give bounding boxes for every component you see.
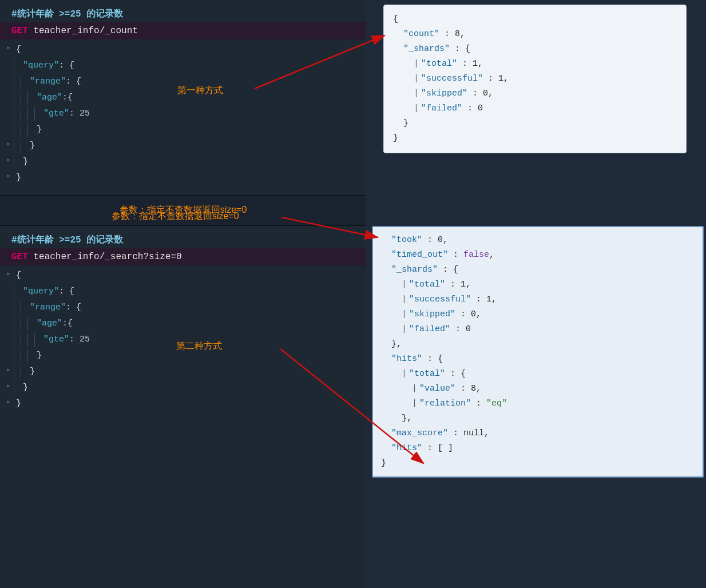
resp-line: |"relation" : "eq" xyxy=(381,396,695,411)
response-box-bottom: "took" : 0, "timed_out" : false, "_shard… xyxy=(372,226,704,478)
resp-line: } xyxy=(381,456,695,471)
code-line: ▸ } xyxy=(0,154,366,170)
code-line: ▸ } xyxy=(0,170,366,186)
resp-line: "hits" : { xyxy=(381,352,695,367)
code-line: ▸ } xyxy=(0,380,366,396)
resp-line: |"successful" : 1, xyxy=(381,292,695,307)
code-line: "gte": 25 xyxy=(0,332,366,348)
resp-line: "hits" : [ ] xyxy=(381,441,695,456)
resp-line: "took" : 0, xyxy=(381,233,695,248)
resp-line: |"total" : 1, xyxy=(381,277,695,292)
resp-line: |"total" : 1, xyxy=(393,57,677,71)
bottom-comment: #统计年龄 >=25 的记录数 xyxy=(0,232,366,248)
resp-line: }, xyxy=(381,411,695,426)
section-separator: 参数：指定不查数据返回size=0 xyxy=(0,194,366,226)
code-line: ▸ } xyxy=(0,364,366,380)
section-top: #统计年龄 >=25 的记录数 GET teacher_info/_count … xyxy=(0,0,366,194)
resp-line: |"total" : { xyxy=(381,367,695,382)
top-get-path: teacher_info/_count xyxy=(28,26,138,36)
top-get-keyword: GET xyxy=(11,26,28,36)
top-code-block: ▸ { "query": { "range": { xyxy=(0,39,366,188)
resp-line: |"skipped" : 0, xyxy=(393,86,677,101)
response-box-top: { "count" : 8, "_shards" : { |"total" : … xyxy=(383,5,687,153)
top-get-line: GET teacher_info/_count xyxy=(0,22,366,39)
code-line: ▸ { xyxy=(0,268,366,284)
resp-line: }, xyxy=(381,337,695,352)
right-panel: { "count" : 8, "_shards" : { |"total" : … xyxy=(366,0,706,588)
code-line: } xyxy=(0,122,366,138)
code-line: "age":{ xyxy=(0,90,366,106)
code-line: ▸ { xyxy=(0,42,366,58)
code-line: ▸ } xyxy=(0,138,366,154)
resp-line: |"skipped" : 0, xyxy=(381,307,695,322)
code-line: "range": { xyxy=(0,74,366,90)
resp-line: } xyxy=(393,131,677,146)
resp-line: |"failed" : 0 xyxy=(393,101,677,116)
resp-line: { xyxy=(393,12,677,27)
annotation-param: 参数：指定不查数据返回size=0 xyxy=(120,204,247,216)
code-line: "query": { xyxy=(0,58,366,74)
resp-line: } xyxy=(393,116,677,131)
bottom-get-line: GET teacher_info/_search?size=0 xyxy=(0,248,366,265)
left-panel: #统计年龄 >=25 的记录数 GET teacher_info/_count … xyxy=(0,0,366,588)
code-line: "query": { xyxy=(0,284,366,300)
top-comment: #统计年龄 >=25 的记录数 xyxy=(0,6,366,22)
code-line: ▸ } xyxy=(0,396,366,412)
resp-line: |"failed" : 0 xyxy=(381,322,695,337)
bottom-code-block: ▸ { "query": { "range": { xyxy=(0,265,366,414)
resp-line: "_shards" : { xyxy=(381,263,695,277)
code-line: "range": { xyxy=(0,300,366,316)
resp-line: "timed_out" : false, xyxy=(381,248,695,263)
resp-line: "_shards" : { xyxy=(393,42,677,57)
resp-line: |"successful" : 1, xyxy=(393,71,677,86)
resp-line: "max_score" : null, xyxy=(381,426,695,441)
code-line: "gte": 25 xyxy=(0,106,366,122)
section-bottom: #统计年龄 >=25 的记录数 GET teacher_info/_search… xyxy=(0,226,366,420)
code-line: "age":{ xyxy=(0,316,366,332)
resp-line: |"value" : 8, xyxy=(381,382,695,396)
bottom-get-path: teacher_info/_search?size=0 xyxy=(28,252,182,262)
code-line: } xyxy=(0,348,366,364)
main-container: #统计年龄 >=25 的记录数 GET teacher_info/_count … xyxy=(0,0,706,588)
bottom-get-keyword: GET xyxy=(11,252,28,262)
resp-line: "count" : 8, xyxy=(393,27,677,42)
